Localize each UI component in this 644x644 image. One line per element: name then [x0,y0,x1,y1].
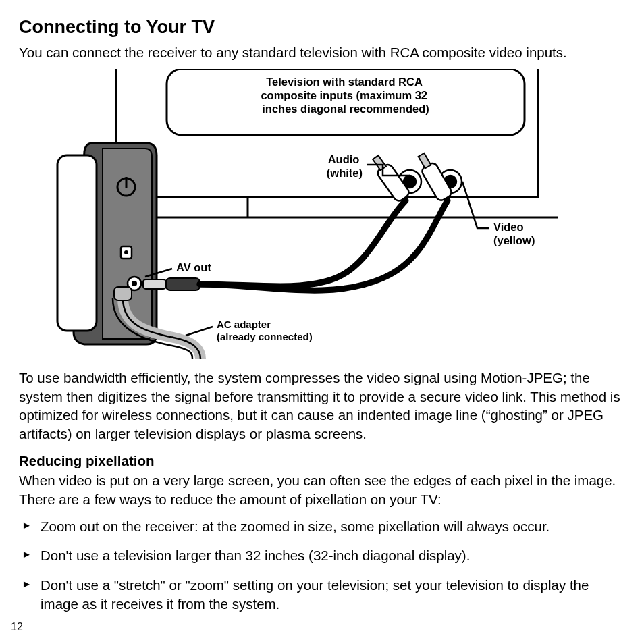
svg-rect-13 [166,278,200,290]
list-item: Don't use a "stretch" or "zoom" setting … [19,576,625,613]
bandwidth-paragraph: To use bandwidth efficiently, the system… [19,369,625,444]
svg-rect-18 [114,287,132,300]
pixellation-heading: Reducing pixellation [19,452,625,471]
pixellation-intro: When video is put on a very large screen… [19,471,625,508]
svg-point-11 [132,281,137,286]
diagram-svg: Television with standard RCA composite i… [45,69,599,359]
svg-rect-17 [419,153,431,168]
av-out-label: AV out [176,261,211,273]
page-number: 12 [11,620,23,635]
connection-diagram: Television with standard RCA composite i… [45,69,599,359]
svg-point-9 [124,250,128,254]
video-label: Video (yellow) [493,221,535,246]
tips-list: Zoom out on the receiver: at the zoomed … [19,517,625,614]
list-item: Zoom out on the receiver: at the zoomed … [19,517,625,536]
audio-label: Audio (white) [327,153,363,179]
tv-label: Television with standard RCA composite i… [261,76,430,115]
svg-rect-5 [57,155,97,331]
svg-rect-15 [373,155,386,170]
svg-rect-12 [143,279,166,289]
intro-paragraph: You can connect the receiver to any stan… [19,43,625,62]
list-item: Don't use a television larger than 32 in… [19,546,625,565]
section-heading: Connecting to Your TV [19,15,625,39]
ac-adapter-label: AC adapter (already connected) [217,319,313,342]
